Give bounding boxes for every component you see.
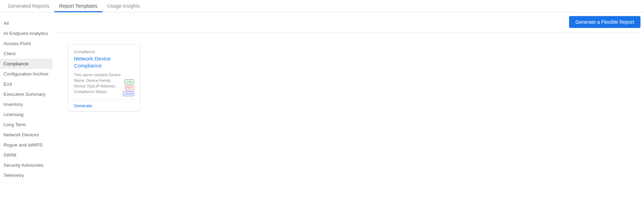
- tab-generated-reports[interactable]: Generated Reports: [3, 0, 54, 12]
- sidebar-item-configuration-archive[interactable]: Configuration Archive: [0, 69, 53, 79]
- generate-flexible-report-button[interactable]: Generate a Flexible Report: [569, 16, 640, 28]
- sidebar: All AI Endpoint Analytics Access Point C…: [0, 16, 53, 180]
- main-header: Generate a Flexible Report: [53, 16, 640, 33]
- generate-link[interactable]: Generate: [74, 103, 92, 108]
- sidebar-item-telemetry[interactable]: Telemetry: [0, 170, 53, 180]
- template-card: Compliance Network Device Compliance Thi…: [68, 44, 140, 112]
- sidebar-item-rogue-and-awips[interactable]: Rogue and aWIPS: [0, 140, 53, 150]
- sidebar-item-access-point[interactable]: Access Point: [0, 38, 53, 49]
- badge-csv: CSV: [125, 79, 134, 84]
- sidebar-item-ai-endpoint-analytics[interactable]: AI Endpoint Analytics: [0, 28, 53, 38]
- sidebar-item-executive-summary[interactable]: Executive Summary: [0, 89, 53, 99]
- badge-pdf: PDF: [125, 85, 134, 90]
- card-grid: Compliance Network Device Compliance Thi…: [53, 44, 640, 112]
- tab-bar: Generated Reports Report Templates Usage…: [0, 0, 644, 13]
- sidebar-item-long-term[interactable]: Long Term: [0, 120, 53, 130]
- tab-usage-insights[interactable]: Usage Insights: [103, 0, 145, 12]
- sidebar-item-swim[interactable]: SWIM: [0, 150, 53, 160]
- sidebar-item-inventory[interactable]: Inventory: [0, 99, 53, 109]
- card-title-link[interactable]: Network Device Compliance: [74, 55, 134, 69]
- card-body: Compliance Network Device Compliance Thi…: [68, 45, 140, 100]
- sidebar-item-compliance[interactable]: Compliance: [0, 59, 53, 69]
- sidebar-item-security-advisories[interactable]: Security Advisories: [0, 160, 53, 170]
- content-area: All AI Endpoint Analytics Access Point C…: [0, 13, 644, 180]
- main-panel: Generate a Flexible Report Compliance Ne…: [53, 16, 644, 180]
- card-description: This report contains Device Name, Device…: [74, 72, 123, 95]
- sidebar-item-all[interactable]: All: [0, 18, 53, 28]
- badge-json: JSON: [123, 91, 134, 96]
- sidebar-item-network-devices[interactable]: Network Devices: [0, 130, 53, 140]
- tab-report-templates[interactable]: Report Templates: [54, 0, 102, 12]
- sidebar-item-client[interactable]: Client: [0, 49, 53, 59]
- card-footer: Generate: [68, 100, 140, 111]
- card-category: Compliance: [74, 50, 134, 54]
- sidebar-item-eox[interactable]: EoX: [0, 79, 53, 89]
- sidebar-item-licensing[interactable]: Licensing: [0, 109, 53, 120]
- format-badges: CSV PDF JSON: [123, 79, 134, 96]
